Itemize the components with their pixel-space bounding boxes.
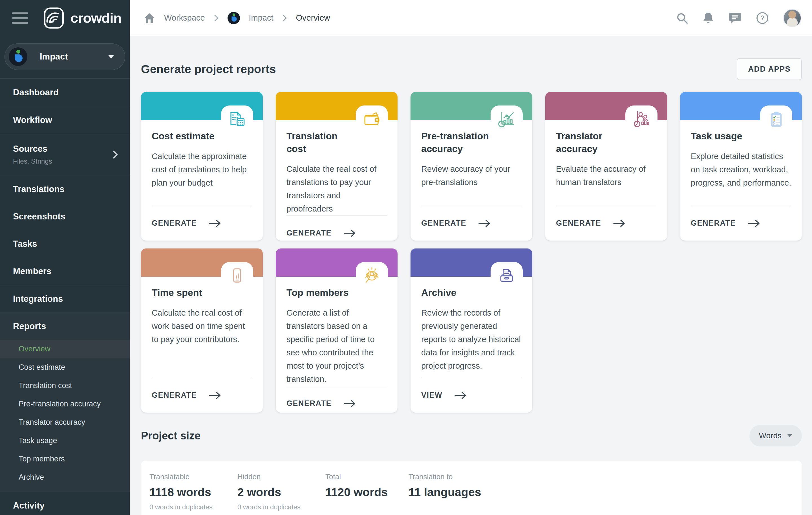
generate-label: GENERATE — [286, 399, 331, 408]
breadcrumb-current-page: Overview — [296, 13, 330, 23]
project-size-title: Project size — [141, 430, 200, 442]
sidebar-subitem-label: Archive — [19, 473, 44, 482]
stat-label: Translatable — [149, 473, 237, 481]
card-icon-notch — [221, 106, 253, 133]
sidebar-subitem-overview[interactable]: Overview — [0, 340, 130, 358]
card-description: Explore detailed statistics on task crea… — [691, 150, 792, 190]
arrow-right-icon — [343, 229, 356, 237]
generate-link[interactable]: GENERATE — [152, 206, 252, 240]
breadcrumb-workspace[interactable]: Workspace — [164, 13, 205, 23]
sidebar-item-integrations[interactable]: Integrations — [0, 285, 130, 313]
chat-icon[interactable] — [729, 12, 742, 24]
generate-link[interactable]: GENERATE — [691, 206, 791, 240]
user-avatar[interactable] — [783, 9, 801, 27]
report-cards-grid: Cost estimate Calculate the approximate … — [141, 92, 802, 412]
card-icon-notch — [356, 106, 388, 133]
card-archive: Archive Review the records of previously… — [410, 249, 532, 412]
sidebar-item-sources[interactable]: Sources Files, Strings — [0, 134, 130, 175]
main-content: Generate project reports ADD APPS Cost e… — [130, 36, 812, 515]
card-icon-notch — [491, 106, 523, 133]
breadcrumb-project[interactable]: Impact — [249, 13, 273, 23]
card-top-members: Top members Generate a list of translato… — [276, 249, 398, 412]
stat-note: 0 words in duplicates — [237, 503, 325, 511]
generate-label: GENERATE — [421, 219, 466, 228]
time-device-icon — [228, 266, 246, 285]
sidebar-item-label: Translations — [13, 184, 64, 194]
home-icon[interactable] — [144, 13, 155, 23]
crowdin-logo[interactable]: crowdin — [42, 6, 121, 30]
view-link[interactable]: VIEW — [421, 378, 522, 412]
card-title: Translator accuracy — [556, 130, 657, 155]
sidebar-subitem-translation-cost[interactable]: Translation cost — [0, 376, 130, 395]
generate-link[interactable]: GENERATE — [152, 378, 252, 412]
unit-select-value: Words — [759, 431, 782, 440]
sidebar-subitem-pre-translation-accuracy[interactable]: Pre-translation accuracy — [0, 395, 130, 413]
sidebar-item-label: Integrations — [13, 294, 63, 304]
sidebar-item-translations[interactable]: Translations — [0, 175, 130, 203]
sidebar-subitem-archive[interactable]: Archive — [0, 468, 130, 487]
card-translation-cost: Translation cost Calculate the real cost… — [276, 92, 398, 240]
page-title: Generate project reports — [141, 63, 276, 76]
generate-label: GENERATE — [691, 219, 736, 228]
members-search-icon — [362, 266, 381, 285]
card-body: Top members Generate a list of translato… — [276, 277, 398, 386]
generate-link[interactable]: GENERATE — [286, 386, 387, 412]
stat-value: 11 languages — [409, 486, 496, 499]
project-selector-wrap: Impact — [0, 36, 130, 79]
search-icon[interactable] — [676, 12, 688, 24]
breadcrumb-project-avatar — [228, 12, 240, 24]
card-icon-notch — [491, 262, 523, 290]
sidebar-item-workflow[interactable]: Workflow — [0, 106, 130, 134]
translator-stats-icon — [632, 110, 651, 128]
stat-value: 1120 words — [325, 486, 409, 499]
brand-word: crowdin — [70, 10, 121, 26]
sidebar-item-tasks[interactable]: Tasks — [0, 230, 130, 258]
sidebar-item-label: Dashboard — [13, 87, 59, 97]
sidebar-subitem-translator-accuracy[interactable]: Translator accuracy — [0, 413, 130, 431]
stat-label: Hidden — [237, 473, 325, 481]
card-icon-notch — [760, 106, 792, 133]
generate-link[interactable]: GENERATE — [286, 216, 387, 240]
generate-label: GENERATE — [556, 219, 601, 228]
crowdin-logo-icon — [42, 6, 65, 30]
breadcrumb: Workspace Impact Overview — [144, 12, 330, 24]
generate-label: GENERATE — [152, 219, 197, 228]
generate-link[interactable]: GENERATE — [421, 206, 522, 240]
notifications-bell-icon[interactable] — [703, 12, 714, 24]
arrow-right-icon — [209, 219, 222, 228]
add-apps-button[interactable]: ADD APPS — [737, 58, 802, 80]
card-description: Calculate the real cost of work based on… — [152, 306, 253, 346]
card-title: Translation cost — [286, 130, 387, 155]
project-selector[interactable]: Impact — [4, 44, 125, 70]
card-description: Evaluate the accuracy of human translato… — [556, 163, 657, 189]
sidebar-subitem-label: Overview — [19, 345, 51, 353]
sidebar-subitem-label: Translator accuracy — [19, 418, 85, 427]
arrow-right-icon — [343, 399, 356, 408]
chevron-down-icon — [108, 55, 114, 59]
sidebar-item-screenshots[interactable]: Screenshots — [0, 203, 130, 230]
sidebar-nav: Dashboard Workflow Sources Files, String… — [0, 79, 130, 515]
sidebar-item-label: Activity — [13, 500, 45, 511]
sidebar-subitem-top-members[interactable]: Top members — [0, 450, 130, 468]
unit-select[interactable]: Words — [749, 425, 802, 447]
sidebar-item-label: Sources — [13, 144, 47, 154]
sidebar-subitem-cost-estimate[interactable]: Cost estimate — [0, 358, 130, 376]
help-icon[interactable]: ? — [756, 12, 768, 24]
menu-icon[interactable] — [12, 12, 28, 24]
sidebar-subitem-label: Translation cost — [19, 381, 72, 390]
archive-box-icon — [497, 266, 516, 285]
sidebar-item-activity[interactable]: Activity — [0, 492, 130, 515]
sidebar-reports-section: Reports Overview Cost estimate Translati… — [0, 313, 130, 492]
sidebar-item-label: Reports — [13, 321, 46, 332]
generate-link[interactable]: GENERATE — [556, 206, 656, 240]
sidebar-item-reports[interactable]: Reports — [0, 313, 130, 340]
sidebar-subitem-task-usage[interactable]: Task usage — [0, 431, 130, 450]
card-description: Review the records of previously generat… — [421, 306, 522, 373]
chevron-down-icon — [787, 434, 792, 437]
sidebar-item-members[interactable]: Members — [0, 258, 130, 285]
project-size-head: Project size Words — [141, 425, 802, 447]
card-description: Calculate the approximate cost of transl… — [152, 150, 253, 190]
card-body: Translation cost Calculate the real cost… — [276, 120, 398, 216]
sidebar-item-dashboard[interactable]: Dashboard — [0, 79, 130, 106]
card-translator-accuracy: Translator accuracy Evaluate the accurac… — [545, 92, 667, 240]
